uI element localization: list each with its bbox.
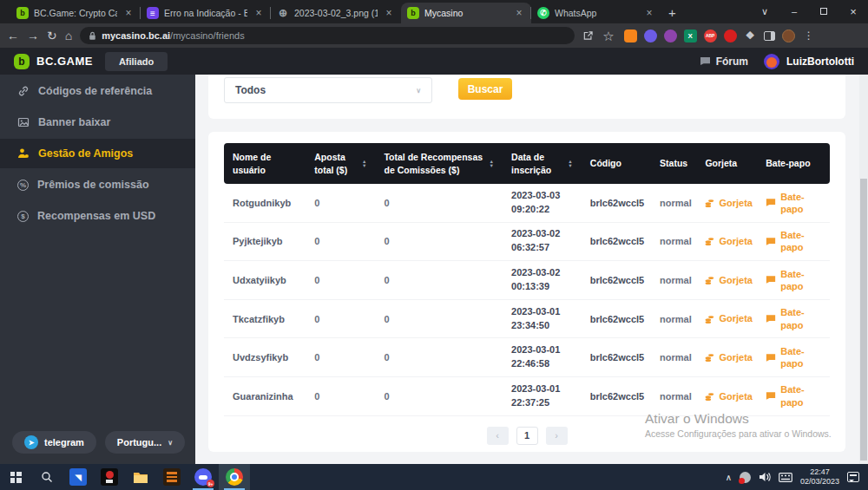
forward-icon[interactable]: → — [27, 29, 39, 42]
table-header-row: Nome de usuário Aposta total ($)▲▼ Total… — [224, 143, 830, 184]
taskbar-notes-app[interactable] — [156, 464, 187, 490]
tab-whatsapp[interactable]: ✆ WhatsApp × — [531, 3, 661, 23]
username[interactable]: LuizBortolotti — [786, 56, 854, 68]
keyboard-icon[interactable] — [779, 473, 792, 482]
cell-commission-rewards: 0 — [375, 349, 503, 366]
taskbar-discord-app[interactable]: 9+ — [187, 464, 219, 490]
taskbar-chrome-app[interactable] — [219, 464, 250, 490]
tab-search-chevron-icon[interactable]: ∨ — [750, 0, 779, 23]
taskbar-amd-app[interactable]: ◥ — [62, 464, 94, 490]
sidebar-item-commission-rewards[interactable]: % Prêmios de comissão — [0, 170, 195, 199]
chat-icon — [766, 275, 776, 284]
tip-button[interactable]: Gorjeta — [696, 348, 757, 367]
screen: b BC.Game: Crypto Casino Gan × ≡ Erro na… — [0, 0, 868, 490]
side-panel-icon[interactable] — [764, 31, 775, 41]
red-extension-icon[interactable] — [724, 29, 737, 42]
taskbar-game-app[interactable] — [94, 464, 125, 490]
adblock-icon[interactable]: ABP — [704, 29, 717, 42]
wallet-extension-icon[interactable] — [664, 29, 677, 42]
language-selector[interactable]: Portugu... ∨ — [105, 431, 185, 454]
x-extension-icon[interactable]: X — [684, 29, 697, 42]
next-page-button[interactable]: › — [546, 427, 568, 445]
tip-button[interactable]: Gorjeta — [696, 232, 757, 251]
share-icon[interactable] — [582, 29, 595, 42]
phantom-icon[interactable] — [644, 29, 657, 42]
sidebar-item-friends-management[interactable]: Gestão de Amigos — [0, 139, 195, 168]
chat-button[interactable]: Bate-papo — [757, 225, 830, 258]
chat-button[interactable]: Bate-papo — [757, 303, 830, 335]
chat-button[interactable]: Bate-papo — [757, 187, 830, 219]
forum-link[interactable]: Fórum — [700, 56, 748, 68]
taskbar-file-explorer[interactable] — [125, 464, 156, 490]
close-window-button[interactable]: × — [838, 0, 868, 23]
sidebar-item-referral-codes[interactable]: Códigos de referência — [0, 76, 195, 106]
tab-close-icon[interactable]: × — [513, 7, 525, 19]
tip-button[interactable]: Gorjeta — [696, 309, 757, 328]
sort-icon[interactable]: ▲▼ — [568, 160, 572, 167]
cell-code: brlc62wccl5 — [582, 271, 651, 289]
taskbar-search-button[interactable] — [31, 464, 62, 490]
tab-close-icon[interactable]: × — [643, 7, 655, 19]
tab-erro-indicacao[interactable]: ≡ Erro na Indicação - BC.Game × — [141, 3, 271, 23]
chat-icon — [766, 391, 776, 401]
tab-close-icon[interactable]: × — [122, 7, 135, 19]
cell-bet-total: 0 — [306, 271, 375, 289]
reload-icon[interactable]: ↻ — [47, 29, 57, 42]
chat-button[interactable]: Bate-papo — [757, 265, 830, 297]
metamask-icon[interactable] — [624, 29, 637, 42]
filter-dropdown[interactable]: Todos ∨ — [224, 77, 432, 103]
tab-bcgame-casino[interactable]: b BC.Game: Crypto Casino Gan × — [10, 3, 141, 23]
sort-icon[interactable]: ▲▼ — [362, 160, 366, 167]
affiliate-button[interactable]: Afiliado — [105, 52, 168, 71]
chat-button[interactable]: Bate-papo — [757, 342, 830, 374]
tab-mycasino-active[interactable]: b Mycasino × — [401, 3, 531, 23]
volume-icon[interactable] — [759, 472, 771, 482]
tip-button[interactable]: Gorjeta — [696, 387, 757, 406]
browser-menu-icon[interactable]: ⋮ — [804, 29, 814, 42]
cell-username: Uvdzsyfikyb — [224, 349, 306, 366]
windows-activation-watermark: Ativar o Windows Acesse Configurações pa… — [645, 411, 832, 439]
tray-chevron-up-icon[interactable]: ∧ — [726, 473, 732, 482]
scrollbar-thumb[interactable] — [860, 179, 867, 461]
telegram-button[interactable]: ➤ telegram — [12, 431, 96, 454]
profile-avatar[interactable] — [782, 29, 795, 42]
address-bar[interactable]: mycasino.bc.ai/mycasino/friends — [80, 27, 575, 44]
sort-icon[interactable]: ▲▼ — [490, 160, 494, 167]
home-icon[interactable]: ⌂ — [65, 29, 72, 42]
table-row: Tkcatzfikyb 0 0 2023-03-01 23:34:50 brlc… — [224, 300, 830, 339]
sidebar-item-banner-download[interactable]: Banner baixar — [0, 108, 195, 137]
new-tab-button[interactable]: + — [668, 5, 676, 20]
tab-close-icon[interactable]: × — [383, 7, 395, 19]
back-icon[interactable]: ← — [7, 29, 19, 42]
scrollbar-track[interactable] — [859, 75, 868, 464]
start-button[interactable] — [0, 464, 31, 490]
bcgame-logo[interactable]: b BC.GAME — [14, 54, 93, 69]
cell-username: Guaranizinha — [224, 388, 306, 405]
user-avatar[interactable] — [764, 54, 779, 69]
tray-recording-icon[interactable] — [740, 472, 751, 483]
minimize-button[interactable]: – — [779, 0, 809, 23]
cell-code: brlc62wccl5 — [582, 349, 651, 366]
sidebar-item-label: Gestão de Amigos — [38, 147, 133, 160]
tab-png-image[interactable]: ⊕ 2023-03-02_3.png (1024×76 × — [271, 3, 401, 23]
tab-title: 2023-03-02_3.png (1024×76 — [294, 8, 378, 18]
filter-dropdown-value: Todos — [235, 84, 266, 96]
sidebar-item-usd-rewards[interactable]: $ Recompensas em USD — [0, 201, 195, 231]
amd-icon: ◥ — [69, 468, 87, 486]
tip-button[interactable]: Gorjeta — [696, 193, 757, 212]
search-button[interactable]: Buscar — [458, 78, 512, 100]
bookmark-star-icon[interactable]: ☆ — [602, 29, 614, 42]
taskbar-clock[interactable]: 22:47 02/03/2023 — [800, 467, 839, 487]
chat-button[interactable]: Bate-papo — [757, 380, 830, 412]
prev-page-button[interactable]: ‹ — [487, 427, 509, 445]
list-icon: ≡ — [147, 7, 159, 19]
extensions-puzzle-icon[interactable]: ❖ — [744, 29, 757, 42]
tip-button[interactable]: Gorjeta — [696, 271, 757, 290]
tab-close-icon[interactable]: × — [253, 7, 265, 19]
maximize-button[interactable] — [809, 0, 838, 23]
current-page-button[interactable]: 1 — [516, 427, 538, 445]
cell-code: brlc62wccl5 — [582, 232, 651, 250]
system-tray: ∧ 22:47 02/03/2023 — [726, 464, 868, 490]
bcgame-icon: b — [407, 7, 419, 19]
notification-center-icon[interactable] — [847, 472, 859, 482]
